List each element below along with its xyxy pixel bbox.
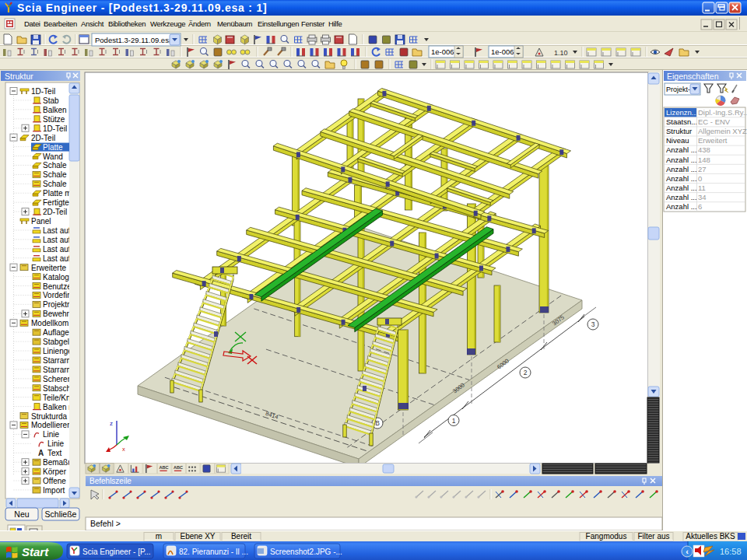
svg-text:Menübaum: Menübaum [217,19,253,28]
svg-text:Katalogb: Katalogb [43,273,74,282]
svg-text:1e-006: 1e-006 [431,47,454,56]
svg-text:Offene: Offene [43,477,66,485]
svg-text:Fangmodus: Fangmodus [586,532,627,541]
svg-text:EC - ENV: EC - ENV [698,117,731,126]
svg-text:Anzahl ...: Anzahl ... [666,202,697,211]
svg-text:‹: ‹ [686,547,689,556]
svg-text:Struktur: Struktur [5,72,33,81]
svg-text:Bearbeiten: Bearbeiten [44,19,77,28]
svg-text:Anzahl ...: Anzahl ... [666,174,697,183]
svg-text:Panel: Panel [31,217,51,226]
svg-text:Scia Engineer - [P...: Scia Engineer - [P... [82,548,151,556]
svg-text:11: 11 [698,184,706,192]
svg-text:Scia Engineer - [Podest1.3-29.: Scia Engineer - [Podest1.3-29.11.09.esa … [17,2,268,14]
svg-text:Lizenzn...: Lizenzn... [666,108,698,117]
svg-text:Podest1.3-29.11.09.esa: Podest1.3-29.11.09.esa [95,36,174,44]
svg-text:Bereit: Bereit [231,532,251,541]
svg-text:m: m [156,532,162,541]
svg-text:Linie: Linie [47,439,65,448]
svg-text:1D-Teil: 1D-Teil [31,87,55,96]
svg-text:Ansicht: Ansicht [81,19,104,28]
svg-text:Struktur: Struktur [666,127,692,135]
svg-text:1D-Teil: 1D-Teil [43,124,67,133]
svg-text:148: 148 [698,156,710,164]
svg-text:1: 1 [452,417,456,425]
svg-text:Anzahl ...: Anzahl ... [666,156,697,164]
svg-text:Stabschl: Stabschl [43,384,72,393]
svg-text:Staatsn...: Staatsn... [666,117,697,126]
svg-text:2D-Teil: 2D-Teil [43,208,67,216]
svg-text:Werkzeuge: Werkzeuge [150,19,185,28]
svg-text:Stabgele: Stabgele [43,338,74,346]
svg-text:Anzahl ...: Anzahl ... [666,193,697,201]
svg-text:Projektm: Projektm [43,300,73,309]
svg-text:34: 34 [698,193,707,201]
svg-text:Start: Start [22,545,49,558]
svg-text:Last auf: Last auf [43,245,71,254]
svg-text:Schale: Schale [43,180,67,188]
svg-text:Neu: Neu [14,509,29,519]
svg-text:Ebene XY: Ebene XY [180,532,215,541]
svg-text:Screenshot2.JPG -...: Screenshot2.JPG -... [270,548,342,556]
svg-text:Last auf: Last auf [43,254,71,263]
svg-text:Modellieren: Modellieren [31,421,72,429]
svg-text:Vordefini: Vordefini [43,291,73,299]
svg-text:3: 3 [591,320,595,328]
svg-text:Hilfe: Hilfe [328,19,342,28]
svg-text:0: 0 [698,174,702,183]
svg-text:Ändern: Ändern [188,19,211,28]
svg-text:Filter aus: Filter aus [637,532,669,541]
svg-text:Fenster: Fenster [301,19,324,28]
svg-text:Eigenschaften: Eigenschaften [667,72,719,81]
svg-text:Modellkom: Modellkom [31,319,68,327]
svg-text:Balken: Balken [43,106,67,114]
svg-text:Wand: Wand [43,152,63,161]
svg-text:27: 27 [698,165,707,173]
svg-text:Strukturda: Strukturda [31,412,68,421]
svg-text:Aktuelles BKS: Aktuelles BKS [686,532,735,541]
svg-text:Projekt-I: Projekt-I [666,86,693,93]
svg-text:Text: Text [47,449,62,457]
svg-text:Allgemein XYZ: Allgemein XYZ [698,127,747,135]
svg-text:Anzahl ...: Anzahl ... [666,145,697,154]
svg-text:6: 6 [698,202,702,211]
svg-text:438: 438 [698,145,710,154]
svg-text:Erweiterte: Erweiterte [31,264,66,272]
svg-text:Anzahl ...: Anzahl ... [666,165,697,173]
svg-text:Befehlszeile: Befehlszeile [89,477,132,485]
svg-text:Auflager: Auflager [43,328,72,337]
svg-text:Stütze: Stütze [43,115,65,124]
svg-text:Schale: Schale [43,161,67,170]
svg-text:2D-Teil: 2D-Teil [31,134,55,142]
svg-text:Schließe: Schließe [45,509,77,519]
svg-text:B: B [375,419,380,427]
svg-text:82. Pieranunzi - Il ...: 82. Pieranunzi - Il ... [179,548,248,556]
svg-text:Schale: Schale [43,170,67,179]
svg-text:Erweitert: Erweitert [698,136,728,145]
svg-text:Last auf: Last auf [43,236,71,244]
svg-text:Körper: Körper [43,467,67,476]
svg-text:Bibliotheken: Bibliotheken [108,19,146,28]
svg-text:Niveau: Niveau [666,136,689,145]
svg-text:Platte: Platte [43,143,63,152]
svg-text:Last auf: Last auf [43,226,71,235]
svg-text:Linie: Linie [43,430,60,439]
svg-text:Fertigte: Fertigte [43,198,69,207]
svg-text:Datei: Datei [24,19,40,28]
svg-text:Stab: Stab [43,96,59,105]
svg-text:ABC: ABC [174,465,183,470]
svg-text:ABC: ABC [159,465,168,470]
svg-text:A: A [38,449,44,457]
svg-text:Befehl >: Befehl > [90,519,121,528]
svg-text:Anzahl ...: Anzahl ... [666,184,697,192]
svg-text:Bewehru: Bewehru [43,310,73,318]
svg-text:z: z [110,420,113,427]
svg-text:Platte m: Platte m [43,189,72,198]
svg-text:Import: Import [43,486,65,495]
svg-text:1.10: 1.10 [554,49,568,57]
svg-text:Dipl.-Ing.S.Ry...: Dipl.-Ing.S.Ry... [698,108,747,117]
svg-text:Einstellungen: Einstellungen [258,19,299,28]
svg-text:Starrarm: Starrarm [43,356,73,365]
svg-text:16:58: 16:58 [720,547,742,556]
svg-text:1e-006: 1e-006 [491,47,514,56]
